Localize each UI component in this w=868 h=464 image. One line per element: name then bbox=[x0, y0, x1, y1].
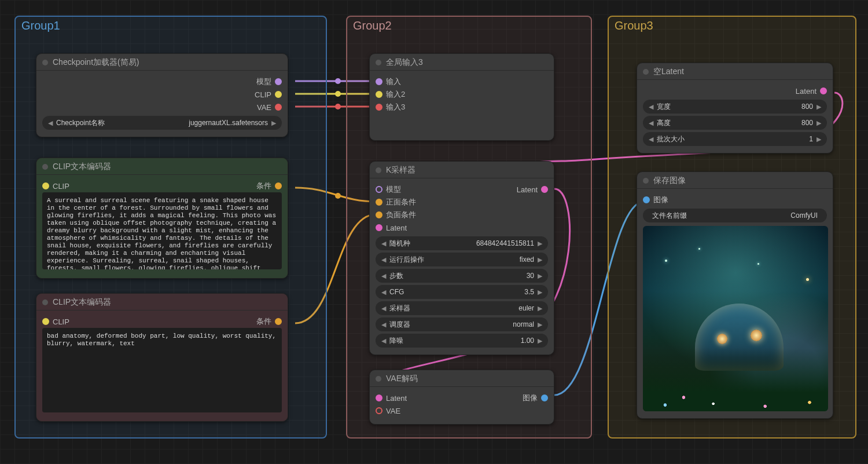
chevron-left-icon[interactable]: ◀ bbox=[381, 305, 386, 312]
input-port-latent[interactable] bbox=[376, 224, 382, 231]
chevron-left-icon[interactable]: ◀ bbox=[649, 119, 653, 127]
output-preview-image bbox=[643, 226, 828, 411]
chevron-left-icon[interactable]: ◀ bbox=[381, 337, 386, 345]
batch-widget[interactable]: ◀批次大小1▶ bbox=[643, 132, 827, 146]
input-port-3[interactable] bbox=[376, 104, 382, 111]
collapse-icon[interactable] bbox=[42, 60, 48, 65]
node-header[interactable]: VAE解码 bbox=[370, 370, 554, 387]
collapse-icon[interactable] bbox=[42, 299, 48, 305]
group-3-title: Group3 bbox=[615, 19, 653, 32]
node-save-image[interactable]: 保存图像 图像 文件名前缀 ComfyUI bbox=[637, 171, 833, 419]
node-vae-decode[interactable]: VAE解码 Latent 图像 VAE bbox=[369, 370, 554, 425]
collapse-icon[interactable] bbox=[643, 178, 649, 184]
node-header[interactable]: 空Latent bbox=[637, 63, 833, 80]
widget-label: 文件名前缀 bbox=[652, 211, 687, 221]
widget-label: 采样器 bbox=[389, 304, 410, 313]
cfg-widget[interactable]: ◀CFG3.5▶ bbox=[376, 285, 548, 299]
filename-prefix-widget[interactable]: 文件名前缀 ComfyUI bbox=[643, 209, 827, 222]
scheduler-widget[interactable]: ◀调度器normal▶ bbox=[376, 317, 548, 331]
input-port-positive[interactable] bbox=[376, 199, 382, 206]
chevron-left-icon[interactable]: ◀ bbox=[381, 272, 386, 280]
input-label-positive: 正面条件 bbox=[386, 197, 416, 207]
node-header[interactable]: 保存图像 bbox=[637, 172, 833, 189]
node-title: VAE解码 bbox=[386, 374, 418, 384]
input-port-2[interactable] bbox=[376, 91, 382, 98]
output-label-model: 模型 bbox=[256, 76, 271, 87]
node-header[interactable]: K采样器 bbox=[370, 162, 554, 178]
sampler-widget[interactable]: ◀采样器euler▶ bbox=[376, 301, 548, 315]
node-title: CLIP文本编码器 bbox=[53, 297, 111, 308]
input-port-clip[interactable] bbox=[42, 182, 49, 189]
chevron-right-icon[interactable]: ▶ bbox=[816, 103, 821, 111]
prompt-textarea[interactable] bbox=[42, 328, 282, 412]
input-port-negative[interactable] bbox=[376, 211, 382, 218]
node-clip-text-encode-negative[interactable]: CLIP文本编码器 CLIP 条件 bbox=[36, 293, 288, 422]
chevron-left-icon[interactable]: ◀ bbox=[48, 119, 53, 127]
output-port-vae[interactable] bbox=[275, 104, 282, 111]
chevron-right-icon[interactable]: ▶ bbox=[538, 337, 542, 345]
chevron-right-icon[interactable]: ▶ bbox=[816, 136, 821, 143]
seed-widget[interactable]: ◀随机种684842441515811▶ bbox=[376, 236, 548, 250]
node-header[interactable]: 全局输入3 bbox=[370, 54, 554, 71]
output-port-latent[interactable] bbox=[541, 186, 548, 193]
widget-label: 宽度 bbox=[657, 102, 671, 112]
node-ksampler[interactable]: K采样器 模型 Latent 正面条件 负面条件 Latent ◀随机种6848… bbox=[369, 161, 554, 355]
input-label-3: 输入3 bbox=[386, 102, 405, 112]
output-label-clip: CLIP bbox=[255, 90, 271, 99]
output-port-latent[interactable] bbox=[820, 87, 827, 94]
after-generate-widget[interactable]: ◀运行后操作fixed▶ bbox=[376, 253, 548, 266]
chevron-right-icon[interactable]: ▶ bbox=[538, 272, 542, 280]
collapse-icon[interactable] bbox=[42, 164, 48, 170]
chevron-right-icon[interactable]: ▶ bbox=[271, 119, 276, 127]
input-port-1[interactable] bbox=[376, 78, 382, 85]
node-clip-text-encode-positive[interactable]: CLIP文本编码器 CLIP 条件 bbox=[36, 158, 288, 279]
input-port-vae[interactable] bbox=[376, 407, 382, 414]
chevron-left-icon[interactable]: ◀ bbox=[381, 321, 386, 328]
node-checkpoint-loader[interactable]: Checkpoint加载器(简易) 模型 CLIP VAE ◀ Checkpoi… bbox=[36, 53, 288, 137]
prompt-textarea[interactable] bbox=[42, 192, 282, 269]
node-global-input[interactable]: 全局输入3 输入 输入2 输入3 bbox=[369, 53, 554, 141]
output-label-latent: Latent bbox=[796, 87, 816, 96]
chevron-left-icon[interactable]: ◀ bbox=[381, 240, 386, 247]
chevron-left-icon[interactable]: ◀ bbox=[381, 288, 386, 296]
chevron-right-icon[interactable]: ▶ bbox=[538, 240, 542, 247]
checkpoint-name-widget[interactable]: ◀ Checkpoint名称 juggernautXL.safetensors … bbox=[42, 116, 282, 130]
node-header[interactable]: Checkpoint加载器(简易) bbox=[36, 54, 288, 71]
collapse-icon[interactable] bbox=[376, 60, 381, 65]
chevron-right-icon[interactable]: ▶ bbox=[816, 119, 821, 127]
chevron-right-icon[interactable]: ▶ bbox=[538, 288, 542, 296]
output-port-cond[interactable] bbox=[275, 318, 282, 325]
chevron-left-icon[interactable]: ◀ bbox=[649, 103, 653, 111]
chevron-right-icon[interactable]: ▶ bbox=[538, 321, 542, 328]
chevron-left-icon[interactable]: ◀ bbox=[381, 256, 386, 264]
chevron-right-icon[interactable]: ▶ bbox=[538, 256, 542, 264]
output-port-cond[interactable] bbox=[275, 182, 282, 189]
output-port-clip[interactable] bbox=[275, 91, 282, 98]
collapse-icon[interactable] bbox=[376, 376, 381, 382]
widget-value: 1.00 bbox=[521, 337, 534, 345]
svg-point-2 bbox=[335, 104, 341, 109]
node-header[interactable]: CLIP文本编码器 bbox=[36, 158, 288, 175]
collapse-icon[interactable] bbox=[643, 69, 649, 75]
node-empty-latent[interactable]: 空Latent Latent ◀宽度800▶ ◀高度800▶ ◀批次大小1▶ bbox=[637, 63, 833, 154]
output-port-image[interactable] bbox=[541, 394, 548, 401]
widget-label: 高度 bbox=[657, 118, 671, 128]
output-port-model[interactable] bbox=[275, 78, 282, 85]
input-port-image[interactable] bbox=[643, 196, 650, 203]
collapse-icon[interactable] bbox=[376, 167, 381, 173]
denoise-widget[interactable]: ◀降噪1.00▶ bbox=[376, 334, 548, 348]
widget-value: normal bbox=[513, 320, 534, 328]
widget-value: fixed bbox=[520, 255, 534, 264]
widget-value: 1 bbox=[809, 135, 813, 143]
input-port-latent[interactable] bbox=[376, 394, 382, 401]
height-widget[interactable]: ◀高度800▶ bbox=[643, 116, 827, 130]
steps-widget[interactable]: ◀步数30▶ bbox=[376, 269, 548, 283]
chevron-left-icon[interactable]: ◀ bbox=[649, 136, 653, 143]
node-header[interactable]: CLIP文本编码器 bbox=[36, 294, 288, 310]
input-port-clip[interactable] bbox=[42, 318, 49, 325]
input-port-model[interactable] bbox=[376, 186, 382, 193]
chevron-right-icon[interactable]: ▶ bbox=[538, 305, 542, 312]
node-title: 全局输入3 bbox=[386, 57, 423, 68]
input-label-latent: Latent bbox=[386, 394, 407, 403]
width-widget[interactable]: ◀宽度800▶ bbox=[643, 100, 827, 114]
